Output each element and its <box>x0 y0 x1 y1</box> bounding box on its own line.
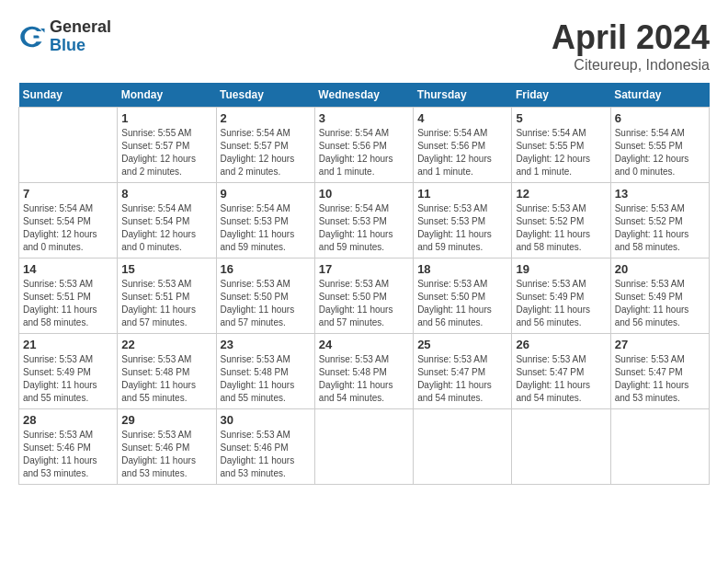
weekday-header-wednesday: Wednesday <box>314 83 413 108</box>
day-number: 7 <box>23 187 113 201</box>
calendar-cell: 21Sunrise: 5:53 AMSunset: 5:49 PMDayligh… <box>19 334 118 409</box>
calendar-cell: 13Sunrise: 5:53 AMSunset: 5:52 PMDayligh… <box>610 183 709 259</box>
calendar-table: SundayMondayTuesdayWednesdayThursdayFrid… <box>18 83 710 485</box>
day-number: 2 <box>221 111 311 125</box>
day-info: Sunrise: 5:53 AMSunset: 5:48 PMDaylight:… <box>319 353 409 405</box>
calendar-cell: 2Sunrise: 5:54 AMSunset: 5:57 PMDaylight… <box>216 108 314 183</box>
day-number: 4 <box>417 111 507 125</box>
logo-icon <box>18 23 46 51</box>
day-info: Sunrise: 5:53 AMSunset: 5:47 PMDaylight:… <box>417 353 507 405</box>
day-number: 6 <box>615 111 705 125</box>
calendar-cell: 8Sunrise: 5:54 AMSunset: 5:54 PMDaylight… <box>118 183 216 259</box>
day-info: Sunrise: 5:54 AMSunset: 5:56 PMDaylight:… <box>417 127 507 178</box>
calendar-cell: 20Sunrise: 5:53 AMSunset: 5:49 PMDayligh… <box>610 259 709 334</box>
weekday-header-friday: Friday <box>512 83 610 108</box>
logo-text: General Blue <box>50 18 111 55</box>
day-info: Sunrise: 5:54 AMSunset: 5:55 PMDaylight:… <box>615 127 705 178</box>
day-number: 3 <box>319 111 409 125</box>
logo-general-text: General <box>50 18 111 37</box>
day-number: 22 <box>121 338 211 351</box>
calendar-cell: 7Sunrise: 5:54 AMSunset: 5:54 PMDaylight… <box>19 183 118 259</box>
day-info: Sunrise: 5:54 AMSunset: 5:56 PMDaylight:… <box>319 127 409 178</box>
day-info: Sunrise: 5:53 AMSunset: 5:46 PMDaylight:… <box>23 429 113 480</box>
logo: General Blue <box>18 18 111 55</box>
calendar-cell: 6Sunrise: 5:54 AMSunset: 5:55 PMDaylight… <box>610 108 709 183</box>
day-number: 13 <box>615 187 705 201</box>
calendar-cell: 22Sunrise: 5:53 AMSunset: 5:48 PMDayligh… <box>118 334 216 409</box>
day-number: 17 <box>319 262 409 276</box>
day-info: Sunrise: 5:54 AMSunset: 5:54 PMDaylight:… <box>23 202 113 254</box>
day-number: 24 <box>319 338 409 351</box>
weekday-header-thursday: Thursday <box>414 83 512 108</box>
day-info: Sunrise: 5:53 AMSunset: 5:50 PMDaylight:… <box>221 278 311 329</box>
day-number: 25 <box>417 338 507 351</box>
day-number: 12 <box>516 187 606 201</box>
weekday-header-tuesday: Tuesday <box>216 83 314 108</box>
day-number: 18 <box>417 262 507 276</box>
calendar-cell: 9Sunrise: 5:54 AMSunset: 5:53 PMDaylight… <box>216 183 314 259</box>
day-info: Sunrise: 5:55 AMSunset: 5:57 PMDaylight:… <box>121 127 211 178</box>
calendar-cell: 19Sunrise: 5:53 AMSunset: 5:49 PMDayligh… <box>512 259 610 334</box>
week-row-1: 1Sunrise: 5:55 AMSunset: 5:57 PMDaylight… <box>19 108 710 183</box>
calendar-cell: 27Sunrise: 5:53 AMSunset: 5:47 PMDayligh… <box>610 334 709 409</box>
day-info: Sunrise: 5:53 AMSunset: 5:46 PMDaylight:… <box>121 429 211 480</box>
day-number: 16 <box>221 262 311 276</box>
calendar-cell: 24Sunrise: 5:53 AMSunset: 5:48 PMDayligh… <box>314 334 413 409</box>
day-number: 10 <box>319 187 409 201</box>
day-info: Sunrise: 5:53 AMSunset: 5:49 PMDaylight:… <box>23 353 113 405</box>
week-row-3: 14Sunrise: 5:53 AMSunset: 5:51 PMDayligh… <box>19 259 710 334</box>
day-number: 15 <box>121 262 211 276</box>
calendar-cell <box>512 409 610 485</box>
calendar-cell: 12Sunrise: 5:53 AMSunset: 5:52 PMDayligh… <box>512 183 610 259</box>
day-number: 23 <box>221 338 311 351</box>
day-number: 27 <box>615 338 705 351</box>
weekday-header-monday: Monday <box>118 83 216 108</box>
day-info: Sunrise: 5:53 AMSunset: 5:50 PMDaylight:… <box>417 278 507 329</box>
day-info: Sunrise: 5:53 AMSunset: 5:53 PMDaylight:… <box>417 202 507 254</box>
day-info: Sunrise: 5:54 AMSunset: 5:53 PMDaylight:… <box>221 202 311 254</box>
day-number: 28 <box>23 413 113 427</box>
day-number: 29 <box>121 413 211 427</box>
day-number: 26 <box>516 338 606 351</box>
calendar-cell: 5Sunrise: 5:54 AMSunset: 5:55 PMDaylight… <box>512 108 610 183</box>
calendar-cell: 14Sunrise: 5:53 AMSunset: 5:51 PMDayligh… <box>19 259 118 334</box>
day-info: Sunrise: 5:53 AMSunset: 5:52 PMDaylight:… <box>615 202 705 254</box>
day-info: Sunrise: 5:54 AMSunset: 5:55 PMDaylight:… <box>516 127 606 178</box>
page-header: General Blue April 2024 Citeureup, Indon… <box>18 18 710 74</box>
day-info: Sunrise: 5:54 AMSunset: 5:57 PMDaylight:… <box>221 127 311 178</box>
day-info: Sunrise: 5:53 AMSunset: 5:51 PMDaylight:… <box>121 278 211 329</box>
day-info: Sunrise: 5:53 AMSunset: 5:52 PMDaylight:… <box>516 202 606 254</box>
calendar-cell <box>610 409 709 485</box>
day-number: 19 <box>516 262 606 276</box>
calendar-cell: 10Sunrise: 5:54 AMSunset: 5:53 PMDayligh… <box>314 183 413 259</box>
week-row-4: 21Sunrise: 5:53 AMSunset: 5:49 PMDayligh… <box>19 334 710 409</box>
day-number: 5 <box>516 111 606 125</box>
day-number: 20 <box>615 262 705 276</box>
weekday-header-saturday: Saturday <box>610 83 709 108</box>
calendar-cell <box>414 409 512 485</box>
day-info: Sunrise: 5:53 AMSunset: 5:47 PMDaylight:… <box>516 353 606 405</box>
day-number: 21 <box>23 338 113 351</box>
calendar-cell: 4Sunrise: 5:54 AMSunset: 5:56 PMDaylight… <box>414 108 512 183</box>
day-info: Sunrise: 5:54 AMSunset: 5:53 PMDaylight:… <box>319 202 409 254</box>
calendar-cell: 11Sunrise: 5:53 AMSunset: 5:53 PMDayligh… <box>414 183 512 259</box>
calendar-cell: 30Sunrise: 5:53 AMSunset: 5:46 PMDayligh… <box>216 409 314 485</box>
month-title: April 2024 <box>552 18 710 57</box>
day-number: 14 <box>23 262 113 276</box>
week-row-2: 7Sunrise: 5:54 AMSunset: 5:54 PMDaylight… <box>19 183 710 259</box>
day-info: Sunrise: 5:53 AMSunset: 5:48 PMDaylight:… <box>221 353 311 405</box>
calendar-cell: 15Sunrise: 5:53 AMSunset: 5:51 PMDayligh… <box>118 259 216 334</box>
day-number: 9 <box>221 187 311 201</box>
calendar-cell: 25Sunrise: 5:53 AMSunset: 5:47 PMDayligh… <box>414 334 512 409</box>
day-info: Sunrise: 5:53 AMSunset: 5:47 PMDaylight:… <box>615 353 705 405</box>
calendar-cell: 18Sunrise: 5:53 AMSunset: 5:50 PMDayligh… <box>414 259 512 334</box>
day-info: Sunrise: 5:53 AMSunset: 5:50 PMDaylight:… <box>319 278 409 329</box>
day-info: Sunrise: 5:53 AMSunset: 5:49 PMDaylight:… <box>516 278 606 329</box>
calendar-cell: 1Sunrise: 5:55 AMSunset: 5:57 PMDaylight… <box>118 108 216 183</box>
day-info: Sunrise: 5:53 AMSunset: 5:51 PMDaylight:… <box>23 278 113 329</box>
day-info: Sunrise: 5:53 AMSunset: 5:49 PMDaylight:… <box>615 278 705 329</box>
calendar-cell: 3Sunrise: 5:54 AMSunset: 5:56 PMDaylight… <box>314 108 413 183</box>
calendar-cell: 28Sunrise: 5:53 AMSunset: 5:46 PMDayligh… <box>19 409 118 485</box>
weekday-header-sunday: Sunday <box>19 83 118 108</box>
calendar-cell: 29Sunrise: 5:53 AMSunset: 5:46 PMDayligh… <box>118 409 216 485</box>
